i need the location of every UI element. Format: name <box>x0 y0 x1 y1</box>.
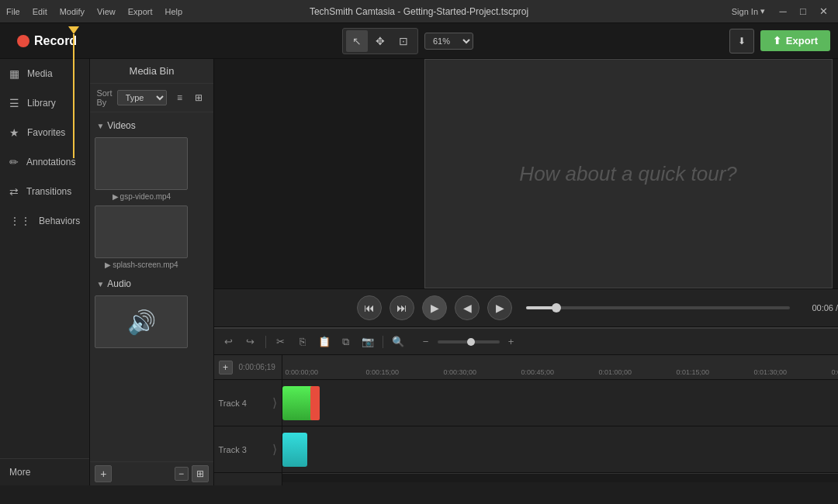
zoom-slider: − + <box>417 333 520 350</box>
maximize-button[interactable]: □ <box>795 3 812 20</box>
ruler-mark-6: 0:01:30;00 <box>754 368 788 376</box>
redo-button[interactable]: ↪ <box>242 333 259 350</box>
ruler-mark-3: 0:00:45;00 <box>521 368 555 376</box>
media-panel: Media Bin Sort By Type Name Date ≡ ⊞ ▼ V… <box>90 59 213 485</box>
sidebar-item-transitions[interactable]: ⇄ Transitions <box>0 177 89 206</box>
zoom-slider-thumb[interactable] <box>467 338 475 346</box>
export-button[interactable]: ⬆ Export <box>760 30 830 51</box>
sort-bar: Sort By Type Name Date ≡ ⊞ <box>90 84 213 112</box>
track-3-expand[interactable]: ⟩ <box>272 442 277 457</box>
sign-in-button[interactable]: Sign In ▾ <box>732 6 765 16</box>
menu-export[interactable]: Export <box>128 7 153 16</box>
move-tool-button[interactable]: ✥ <box>369 30 391 52</box>
undo-button[interactable]: ↩ <box>220 333 237 350</box>
more-button[interactable]: More <box>0 458 89 485</box>
video-label-splash: ▶ splash-screen.mp4 <box>105 261 178 269</box>
playback-bar: ⏮ ⏭̶ ▶ ◀ ▶ 00:06 / 02:48 30 fps <box>214 288 838 327</box>
media-panel-footer: + − ⊞ <box>90 461 213 485</box>
play-button[interactable]: ▶ <box>422 295 447 320</box>
menu-edit[interactable]: Edit <box>33 7 47 16</box>
paste-button[interactable]: 📋 <box>316 333 333 350</box>
track-labels: + 0:00:06;19 Track 4 ⟩ Track 3 ⟩ <box>214 355 282 485</box>
add-media-button[interactable]: + <box>95 465 112 482</box>
audio-section-label: Audio <box>107 278 131 289</box>
sort-select[interactable]: Type Name Date <box>117 90 167 105</box>
sidebar-item-label: Favorites <box>27 127 65 138</box>
cut-button[interactable]: ✂ <box>272 333 289 350</box>
ruler-mark-5: 0:01:15;00 <box>677 368 710 376</box>
crop-tool-button[interactable]: ⊡ <box>393 30 414 52</box>
close-button[interactable]: ✕ <box>815 3 832 20</box>
playback-progress[interactable] <box>526 306 790 309</box>
timeline-body: + 0:00:06;19 Track 4 ⟩ Track 3 ⟩ <box>214 355 838 485</box>
zoom-in-button[interactable]: + <box>503 333 520 350</box>
videos-thumbs: ▶ gsp-video.mp4 ▶ splash-screen.mp4 <box>95 137 208 269</box>
clip-track4-red[interactable] <box>310 386 320 420</box>
track-4-name: Track 4 <box>219 399 247 408</box>
export-label: Export <box>786 35 818 47</box>
split-button[interactable]: ⧉ <box>338 333 355 350</box>
videos-section-header[interactable]: ▼ Videos <box>95 117 208 134</box>
video-thumbnail-gsp <box>95 137 188 190</box>
toolbar-separator-2 <box>383 336 383 348</box>
minimize-button[interactable]: ─ <box>774 3 791 20</box>
progress-thumb[interactable] <box>552 303 561 312</box>
audio-section-header[interactable]: ▼ Audio <box>95 275 208 292</box>
sidebar-item-behaviors[interactable]: ⋮⋮ Behaviors <box>0 206 89 236</box>
audio-thumb-item[interactable]: 🔊 <box>95 295 188 348</box>
remove-media-button[interactable]: − <box>175 467 189 481</box>
ruler-mark-0: 0:00:00;00 <box>286 368 319 376</box>
timeline-section: ↩ ↪ ✂ ⎘ 📋 ⧉ 📷 🔍 − + <box>214 327 838 485</box>
step-back-button[interactable]: ⏮ <box>357 295 382 320</box>
zoom-slider-track[interactable] <box>438 340 500 343</box>
track-header: + 0:00:06;19 <box>214 355 282 380</box>
add-track-button[interactable]: + <box>219 361 233 375</box>
zoom-select[interactable]: 61% 50% 75% 100% <box>424 33 473 50</box>
copy-button[interactable]: ⎘ <box>294 333 311 350</box>
next-marker-button[interactable]: ▶ <box>487 295 512 320</box>
main-toolbar: Record ↖ ✥ ⊡ 61% 50% 75% 100% ⬇ ⬆ Export <box>0 23 838 59</box>
download-button[interactable]: ⬇ <box>729 29 754 54</box>
step-frame-back-button[interactable]: ⏭̶ <box>390 295 414 320</box>
snapshot-button[interactable]: 📷 <box>359 333 376 350</box>
media-icon: ▦ <box>9 67 19 80</box>
timeline-scrollbar[interactable] <box>282 473 838 482</box>
tool-group-select: ↖ ✥ ⊡ <box>342 28 418 54</box>
playback-time: 00:06 / 02:48 <box>812 303 838 312</box>
prev-marker-button[interactable]: ◀ <box>455 295 480 320</box>
grid-view-button[interactable]: ⊞ <box>190 89 207 106</box>
grid-size-button[interactable]: ⊞ <box>192 465 209 482</box>
video-thumb-item[interactable]: ▶ splash-screen.mp4 <box>95 205 188 269</box>
video-thumbnail-splash <box>95 205 188 258</box>
track-4-clips <box>282 380 838 426</box>
clip-track3-teal[interactable] <box>282 433 307 467</box>
window-title: TechSmith Camtasia - Getting-Started-Pro… <box>310 6 528 17</box>
annotations-icon: ✏ <box>9 156 19 168</box>
ruler-mark-1: 0:00:15;00 <box>366 368 400 376</box>
menu-modify[interactable]: Modify <box>60 7 85 16</box>
media-bin-title: Media Bin <box>90 59 213 84</box>
behaviors-icon: ⋮⋮ <box>9 215 31 227</box>
track-4-expand[interactable]: ⟩ <box>272 395 277 410</box>
track-3-clips <box>282 426 838 473</box>
list-view-button[interactable]: ≡ <box>171 89 189 106</box>
video-label-gsp: ▶ gsp-video.mp4 <box>113 192 171 201</box>
main-content: How about a quick tour? ⏮ ⏭̶ ▶ ◀ ▶ 00:06 <box>214 59 838 485</box>
record-icon <box>17 35 29 47</box>
menu-view[interactable]: View <box>97 7 116 16</box>
menu-file[interactable]: File <box>6 7 20 16</box>
videos-section-label: Videos <box>107 120 135 131</box>
library-icon: ☰ <box>9 97 19 109</box>
sidebar-item-label: Library <box>27 98 56 109</box>
zoom-out-button[interactable]: − <box>417 333 435 350</box>
sidebar-item-label: Transitions <box>26 186 71 197</box>
audio-collapse-icon: ▼ <box>96 280 104 288</box>
ruler-mark-7: 0:01:45;00 <box>832 368 838 376</box>
ruler-mark-4: 0:01:00;00 <box>599 368 632 376</box>
sort-label: Sort By <box>96 88 112 107</box>
toolbar-separator <box>265 336 266 348</box>
select-tool-button[interactable]: ↖ <box>346 30 368 52</box>
track-4-label: Track 4 ⟩ <box>214 380 282 426</box>
menu-help[interactable]: Help <box>165 7 183 16</box>
video-thumb-item[interactable]: ▶ gsp-video.mp4 <box>95 137 188 201</box>
